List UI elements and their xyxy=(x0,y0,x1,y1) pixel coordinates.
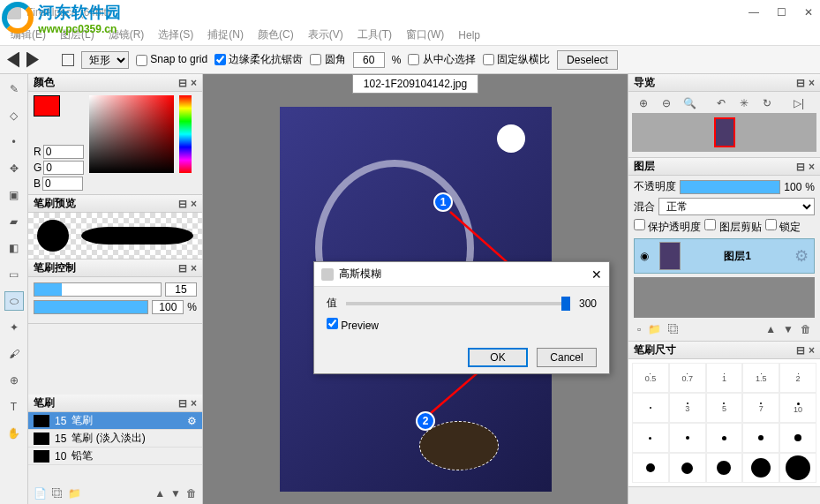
close-icon[interactable]: × xyxy=(191,262,197,275)
blend-mode-select[interactable]: 正常 xyxy=(658,198,815,215)
round-checkbox[interactable]: 圆角 xyxy=(310,52,345,67)
color-picker[interactable] xyxy=(89,95,174,173)
rotate-right-icon[interactable]: ↻ xyxy=(759,97,775,109)
down-icon[interactable]: ▼ xyxy=(783,323,794,335)
lock-checkbox[interactable]: 锁定 xyxy=(765,219,801,235)
b-input[interactable] xyxy=(42,177,83,191)
eye-icon[interactable]: ◉ xyxy=(640,250,652,262)
brush-size-cell[interactable]: 1 xyxy=(706,363,743,393)
ok-button[interactable]: OK xyxy=(468,348,528,367)
brush-opacity-value[interactable]: 100 xyxy=(152,300,184,314)
wand-tool-icon[interactable]: ✦ xyxy=(4,318,24,337)
brush-size-cell[interactable]: 2 xyxy=(779,363,816,393)
brush-size-cell[interactable]: 0.5 xyxy=(632,363,669,393)
lasso-tool-icon[interactable]: ⬭ xyxy=(4,291,24,311)
menu-snap[interactable]: 捕捉(N) xyxy=(204,26,247,44)
delete-layer-icon[interactable]: 🗑 xyxy=(801,323,811,335)
fill-tool-icon[interactable]: ▣ xyxy=(4,185,24,205)
hand-tool-icon[interactable]: ✋ xyxy=(4,424,24,443)
brush-size-cell[interactable] xyxy=(742,453,779,483)
window-close[interactable]: ✕ xyxy=(804,6,813,19)
dock-icon[interactable]: ⊟ xyxy=(796,77,805,89)
dock-icon[interactable]: ⊟ xyxy=(796,344,805,357)
navigator-thumb[interactable] xyxy=(632,113,816,152)
layer-item[interactable]: ◉ 图层1 ⚙ xyxy=(634,238,815,274)
eraser-tool-icon[interactable]: ◇ xyxy=(4,106,24,125)
clone-tool-icon[interactable]: ⊕ xyxy=(4,371,24,390)
preview-checkbox[interactable]: Preview xyxy=(327,318,379,332)
zoom-in-icon[interactable]: ⊕ xyxy=(636,97,651,109)
rect-select-tool-icon[interactable]: ▭ xyxy=(4,265,24,284)
dot-tool-icon[interactable]: • xyxy=(4,132,24,152)
zoom-icon[interactable]: 🔍 xyxy=(681,97,697,109)
brush-size-cell[interactable] xyxy=(706,423,743,453)
antialias-checkbox[interactable]: 边缘柔化抗锯齿 xyxy=(214,52,303,67)
hue-slider[interactable] xyxy=(179,95,192,173)
folder-icon[interactable]: 📁 xyxy=(68,487,81,500)
delete-icon[interactable]: 🗑 xyxy=(186,487,197,500)
move-tool-icon[interactable]: ✥ xyxy=(4,159,24,178)
gradient-tool-icon[interactable]: ◧ xyxy=(4,238,24,258)
brush-size-cell[interactable]: 3 xyxy=(669,393,706,423)
dock-icon[interactable]: ⊟ xyxy=(178,262,187,275)
close-icon[interactable]: × xyxy=(191,397,197,410)
pen-tool-icon[interactable]: ✎ xyxy=(4,79,24,99)
brush-size-cell[interactable]: 10 xyxy=(779,393,816,423)
loading-icon[interactable]: ✳ xyxy=(736,97,752,109)
snap-checkbox[interactable]: Snap to grid xyxy=(136,53,207,65)
dock-icon[interactable]: ⊟ xyxy=(796,161,805,173)
brush-size-cell[interactable] xyxy=(669,423,706,453)
brush-size-cell[interactable]: 0.7 xyxy=(669,363,706,393)
fixed-ratio-checkbox[interactable]: 固定纵横比 xyxy=(483,52,550,67)
up-icon[interactable]: ▲ xyxy=(765,323,776,335)
menu-select[interactable]: 选择(S) xyxy=(154,26,197,44)
nav-next-icon[interactable] xyxy=(26,52,39,68)
text-tool-icon[interactable]: T xyxy=(4,397,24,417)
add-brush-icon[interactable]: 📄 xyxy=(34,487,47,500)
brush-size-cell[interactable]: 7 xyxy=(742,393,779,423)
close-icon[interactable]: × xyxy=(809,77,815,89)
dock-icon[interactable]: ⊟ xyxy=(178,198,187,210)
brush-size-cell[interactable] xyxy=(669,453,706,483)
clipping-checkbox[interactable]: 图层剪贴 xyxy=(704,219,761,235)
round-value-input[interactable] xyxy=(353,52,385,68)
menu-layer[interactable]: 图层(L) xyxy=(56,26,98,44)
shape-select[interactable]: 矩形 xyxy=(81,51,129,69)
dup-layer-icon[interactable]: ⿻ xyxy=(668,323,679,335)
menu-edit[interactable]: 编辑(E) xyxy=(7,26,49,44)
menu-window[interactable]: 窗口(W) xyxy=(402,26,448,44)
dock-icon[interactable]: ⊟ xyxy=(178,77,187,89)
dup-brush-icon[interactable]: ⿻ xyxy=(52,487,63,500)
window-maximize[interactable]: ☐ xyxy=(777,6,786,19)
menu-view[interactable]: 表示(V) xyxy=(305,26,347,44)
brush-size-cell[interactable]: 5 xyxy=(706,393,743,423)
brush-list-item[interactable]: 10 铅笔 xyxy=(28,448,202,465)
rotate-left-icon[interactable]: ↶ xyxy=(713,97,729,109)
canvas-tab[interactable]: 102-1F209104142.jpg xyxy=(352,74,478,94)
zoom-out-icon[interactable]: ⊖ xyxy=(658,97,674,109)
brush-size-cell[interactable]: 1.5 xyxy=(742,363,779,393)
brush-size-cell[interactable] xyxy=(742,423,779,453)
menu-color[interactable]: 颜色(C) xyxy=(254,26,297,44)
brush-list-item[interactable]: 15 笔刷 ⚙ xyxy=(28,412,202,430)
close-icon[interactable]: × xyxy=(191,198,197,210)
brush-size-slider[interactable] xyxy=(34,282,162,297)
bucket-tool-icon[interactable]: ▰ xyxy=(4,212,24,231)
flip-icon[interactable]: ▷| xyxy=(791,97,807,109)
layer-opacity-slider[interactable] xyxy=(680,180,780,194)
protect-alpha-checkbox[interactable]: 保护透明度 xyxy=(634,219,701,235)
down-icon[interactable]: ▼ xyxy=(170,487,181,500)
brush-size-cell[interactable] xyxy=(779,423,816,453)
r-input[interactable] xyxy=(43,145,84,159)
brush-opacity-slider[interactable] xyxy=(34,300,148,314)
brush-size-value[interactable]: 15 xyxy=(165,282,197,297)
dock-icon[interactable]: ⊟ xyxy=(178,397,187,410)
dialog-close-icon[interactable]: ✕ xyxy=(591,267,602,282)
up-icon[interactable]: ▲ xyxy=(154,487,165,500)
gear-icon[interactable]: ⚙ xyxy=(794,246,809,266)
brush-tool-icon[interactable]: 🖌 xyxy=(4,344,24,364)
menu-help[interactable]: Help xyxy=(455,27,484,43)
g-input[interactable] xyxy=(43,161,84,175)
brush-size-cell[interactable] xyxy=(706,453,743,483)
from-center-checkbox[interactable]: 从中心选择 xyxy=(408,52,475,67)
